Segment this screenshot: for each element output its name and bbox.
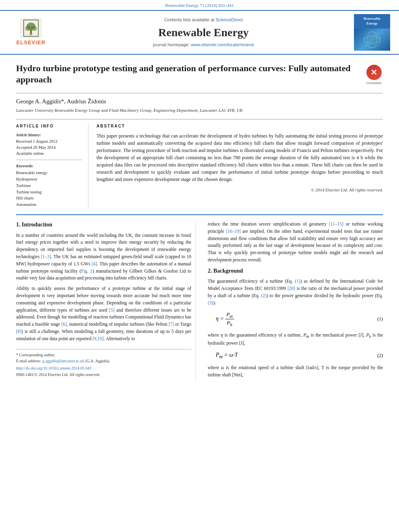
equation-2: Pm = ω·T [216, 351, 238, 360]
svg-point-9 [367, 32, 377, 48]
available-online: Available online [16, 151, 82, 157]
journal-ref-text: Renewable Energy 71 (2014) 433–441 [165, 3, 234, 8]
journal-banner: ELSEVIER Contents lists available at Sci… [0, 11, 399, 54]
page: Renewable Energy 71 (2014) 433–441 [0, 0, 399, 390]
left-column: 1. Introduction In a number of countries… [16, 221, 196, 382]
intro-continuation: reduce the time duration severe simplifi… [208, 221, 383, 264]
crossmark-logo: ✕ CrossMark [365, 65, 383, 85]
equation-1-number: (1) [377, 316, 383, 322]
contents-available-line: Contents lists available at ScienceDirec… [57, 17, 350, 23]
sciencedirect-link[interactable]: ScienceDirect [216, 17, 243, 22]
article-info-abstract: Article Info Article history: Received 1… [16, 119, 383, 208]
eq1-ref[interactable]: (1) [295, 279, 300, 283]
paper-title: Hydro turbine prototype testing and gene… [16, 63, 361, 86]
svg-rect-6 [30, 30, 32, 34]
intro-para-2: Ability to quickly assess the performanc… [16, 285, 191, 343]
keyword-2: Hydropower [16, 176, 82, 183]
thumbnail-label: Renewable Energy [354, 14, 390, 28]
journal-ref-header: Renewable Energy 71 (2014) 433–441 [0, 0, 399, 11]
main-body: 1. Introduction In a number of countries… [16, 214, 383, 382]
email-link[interactable]: g.aggidis@lancaster.ac.uk [42, 359, 84, 363]
equation-1-block: η = Pm Ph (1) [216, 311, 383, 328]
intro-para-1: In a number of countries around the worl… [16, 232, 191, 282]
equation-2-block: Pm = ω·T (2) [216, 351, 383, 360]
affiliation: Lancaster University Renewable Energy Gr… [16, 107, 383, 113]
keywords-label: Keywords: [16, 163, 82, 169]
abstract-text: This paper presents a technology that ca… [97, 132, 383, 183]
ref-8[interactable]: [8] [16, 329, 21, 334]
background-text: The guaranteed efficiency of a turbine (… [208, 278, 383, 306]
keyword-5: Hill charts [16, 195, 82, 201]
background-heading: 2. Background [208, 267, 383, 275]
received-date: Received 1 August 2012 [16, 139, 82, 145]
ref-11-15[interactable]: [11–15] [329, 222, 343, 226]
banner-center: Contents lists available at ScienceDirec… [57, 17, 350, 48]
equation-1: η = Pm Ph [216, 311, 234, 328]
journal-homepage: journal homepage: www.elsevier.com/locat… [57, 42, 350, 48]
ref-20[interactable]: [20] [288, 286, 295, 291]
keyword-6: Automation [16, 201, 82, 208]
crossmark-icon: ✕ [366, 65, 382, 80]
article-info-panel: Article Info Article history: Received 1… [16, 123, 88, 208]
fraction-1: Pm Ph [225, 311, 234, 328]
svg-point-7 [29, 33, 32, 35]
thumbnail-globe-icon [354, 29, 390, 51]
title-section: Hydro turbine prototype testing and gene… [16, 63, 383, 93]
ref-9-10[interactable]: [9,10] [93, 336, 104, 341]
elsevier-tree-icon [19, 18, 43, 38]
intro-heading: 1. Introduction [16, 221, 191, 229]
paper-content: Hydro turbine prototype testing and gene… [0, 55, 399, 390]
svg-point-8 [364, 32, 380, 48]
issn-line: 0960-1481/© 2014 Elsevier Ltd. All right… [16, 372, 191, 378]
right-column: reduce the time duration severe simplifi… [204, 221, 383, 382]
abstract-panel: Abstract This paper presents a technolog… [97, 123, 383, 208]
keyword-4: Turbine testing [16, 189, 82, 195]
keyword-3: Turbines [16, 183, 82, 189]
footnote-area: * Corresponding author. E-mail address: … [16, 349, 191, 378]
ref-7[interactable]: [7] [169, 322, 174, 327]
elsevier-logo: ELSEVIER [16, 18, 45, 46]
svg-point-4 [25, 26, 31, 31]
footnote-corresponding: * Corresponding author. [16, 352, 191, 358]
title-text-block: Hydro turbine prototype testing and gene… [16, 63, 361, 88]
keyword-1: Renewable energy [16, 170, 82, 176]
homepage-url[interactable]: www.elsevier.com/locate/renene [191, 42, 254, 47]
crossmark-label: CrossMark [366, 81, 382, 85]
ref-4[interactable]: [4] [92, 261, 97, 266]
authors-line: George A. Aggidis*, Audrius Židonis [16, 97, 383, 106]
eq3-ref[interactable]: (3) [208, 300, 213, 305]
accepted-date: Accepted 20 May 2014 [16, 145, 82, 151]
svg-point-5 [31, 26, 37, 31]
globe-svg [358, 29, 386, 51]
doi-line[interactable]: http://dx.doi.org/10.1016/j.renene.2014.… [16, 366, 191, 371]
ref-6[interactable]: [6] [61, 322, 66, 327]
journal-thumbnail: Renewable Energy [350, 14, 394, 50]
history-label: Article history: [16, 132, 82, 138]
footnote-email: E-mail address: g.aggidis@lancaster.ac.u… [16, 358, 191, 364]
fig1-link[interactable]: Fig. 1 [81, 269, 92, 273]
journal-title-banner: Renewable Energy [57, 25, 350, 40]
equation-2-number: (2) [377, 352, 383, 359]
article-info-title: Article Info [16, 123, 82, 129]
copyright-line: © 2014 Elsevier Ltd. All rights reserved… [97, 187, 383, 193]
ref-1-3[interactable]: [1–3] [41, 254, 51, 259]
ref-16-19[interactable]: [16–19] [226, 229, 241, 234]
eq1-description: where η is the guaranteed efficiency of … [208, 332, 383, 347]
ref-5[interactable]: [5] [109, 308, 114, 312]
eq2-description: where ω is the rotational speed of a tur… [208, 364, 383, 379]
abstract-title: Abstract [97, 123, 383, 129]
elsevier-logo-section: ELSEVIER [5, 18, 57, 46]
elsevier-wordmark: ELSEVIER [16, 39, 45, 46]
eq2-ref[interactable]: (2) [261, 293, 266, 298]
info-divider [16, 160, 82, 160]
